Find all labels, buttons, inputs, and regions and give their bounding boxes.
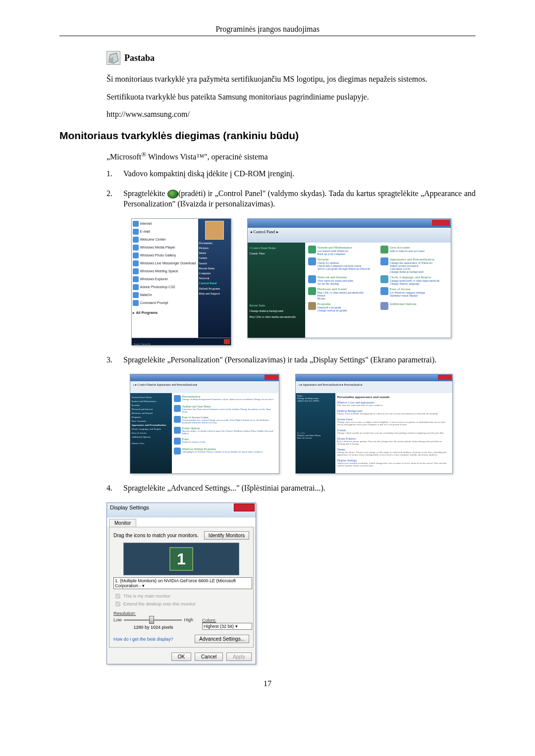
monitor-select[interactable]: 1. (Multiple Monitors) on NVIDIA GeForce… bbox=[113, 577, 252, 589]
start-menu-item[interactable]: Windows Meeting Space bbox=[133, 267, 197, 275]
extend-desktop-checkbox[interactable]: Extend the desktop onto this monitor bbox=[113, 600, 249, 608]
start-menu-item[interactable]: Windows Live Messenger Download bbox=[133, 259, 197, 267]
close-icon[interactable] bbox=[265, 375, 278, 380]
start-menu-right-item[interactable]: Default Programs bbox=[199, 287, 230, 291]
start-menu-right-item[interactable]: Computer bbox=[199, 272, 230, 275]
personalization-link[interactable]: Desktop BackgroundChoose from available … bbox=[337, 409, 450, 415]
step-1: 1. Vadovo kompaktinį diską įdėkite į CD-… bbox=[107, 168, 476, 179]
start-menu-item[interactable]: Internet bbox=[133, 220, 197, 228]
appearance-category[interactable]: Taskbar and Start MenuCustomize the Star… bbox=[174, 405, 277, 413]
start-menu-item[interactable]: NateOn bbox=[133, 291, 197, 299]
start-menu-right-item[interactable]: Games bbox=[199, 256, 230, 260]
colors-select[interactable]: Highest (32 bit) ▾ bbox=[202, 623, 252, 630]
ok-button[interactable]: OK bbox=[171, 653, 191, 661]
start-menu-right-item[interactable]: Pictures bbox=[199, 247, 230, 250]
step-3: 3. Spragtelėkite „Personalization" (Pers… bbox=[107, 354, 476, 365]
control-panel-menuitem[interactable]: Control Panel bbox=[199, 282, 230, 285]
appearance-category[interactable]: FontsInstall or remove a font bbox=[174, 438, 277, 445]
figure-row-2: « ▸ Control Panel ▸ Appearance and Perso… bbox=[107, 374, 476, 474]
tab-monitor[interactable]: Monitor bbox=[109, 519, 136, 527]
start-menu-item[interactable]: Windows Photo Gallery bbox=[133, 252, 197, 259]
personalization-screenshot: « ▸ Appearance and Personalization ▸ Per… bbox=[295, 374, 453, 474]
section-title: Monitoriaus tvarkyklės diegimas (rankini… bbox=[59, 130, 476, 142]
page-number: 17 bbox=[59, 679, 476, 688]
dialog-title: Display Settings bbox=[110, 504, 149, 510]
start-menu-item[interactable]: Windows Media Player bbox=[133, 244, 197, 252]
start-menu-item[interactable]: Welcome Center bbox=[133, 236, 197, 244]
os-line: „Microsoft® Windows Vista™", operacinė s… bbox=[107, 151, 476, 161]
appearance-screenshot: « ▸ Control Panel ▸ Appearance and Perso… bbox=[130, 374, 279, 474]
note-title: Pastaba bbox=[124, 53, 155, 63]
control-panel-category[interactable]: Network and InternetView network status … bbox=[308, 275, 375, 285]
apply-button: Apply bbox=[226, 653, 252, 661]
resolution-value: 1280 by 1024 pixels bbox=[113, 625, 193, 630]
colors-label: Colors: bbox=[202, 618, 249, 623]
step-2: 2. Spragtelėkite (pradėti) ir „Control P… bbox=[107, 188, 476, 209]
start-menu-right-item[interactable]: Recent Items bbox=[199, 267, 230, 270]
control-panel-category[interactable]: SecurityCheck for updatesCheck this comp… bbox=[308, 257, 375, 273]
start-menu-item[interactable]: Adobe Photoshop CS2 bbox=[133, 283, 197, 291]
personalization-link[interactable]: Screen SaverChange your screen saver or … bbox=[337, 418, 450, 426]
monitor-layout-area[interactable]: 1 bbox=[123, 543, 239, 575]
start-menu-item[interactable]: Command Prompt bbox=[133, 299, 197, 307]
control-panel-category[interactable]: Ease of AccessLet Windows suggest settin… bbox=[380, 287, 448, 300]
close-icon[interactable] bbox=[234, 504, 255, 511]
note-url: http://www.samsung.com/ bbox=[107, 109, 476, 120]
note-paragraph-2: Sertifikuota tvarkyklė bus pateikta Sams… bbox=[107, 92, 476, 102]
start-menu-right-item[interactable]: Music bbox=[199, 252, 230, 255]
start-menu-right-item[interactable]: Search bbox=[199, 262, 230, 265]
appearance-category[interactable]: PersonalizationChange desktop background… bbox=[174, 395, 277, 402]
control-panel-category[interactable]: Appearance and PersonalizationChange the… bbox=[380, 257, 448, 273]
user-avatar bbox=[205, 221, 224, 240]
personalization-link[interactable]: SoundsChange which sounds are heard when… bbox=[337, 429, 450, 434]
control-panel-category[interactable]: Hardware and SoundPlay CDs or other medi… bbox=[308, 287, 375, 300]
close-icon[interactable] bbox=[438, 375, 452, 380]
resolution-slider[interactable] bbox=[124, 616, 182, 624]
note-icon bbox=[107, 51, 120, 65]
personalization-link[interactable]: Display SettingsAdjust your monitor reso… bbox=[337, 459, 450, 467]
identify-monitors-button[interactable]: Identify Monitors bbox=[204, 531, 249, 540]
start-menu-item[interactable]: E-mail bbox=[133, 228, 197, 236]
advanced-settings-button[interactable]: Advanced Settings... bbox=[195, 635, 249, 643]
control-panel-category[interactable]: ProgramsUninstall a programChange startu… bbox=[308, 302, 375, 312]
cancel-button[interactable]: Cancel bbox=[195, 653, 223, 661]
monitor-1[interactable]: 1 bbox=[169, 547, 193, 571]
start-orb-icon bbox=[167, 190, 178, 199]
start-menu-right-item[interactable]: Documents bbox=[199, 242, 230, 245]
step-4: 4. Spragtelėkite „Advanced Settings..." … bbox=[107, 483, 476, 494]
start-menu-item[interactable]: Windows Explorer bbox=[133, 275, 197, 283]
start-menu-right-item[interactable]: Help and Support bbox=[199, 292, 230, 296]
personalization-link[interactable]: ThemeChange the theme. Themes can change… bbox=[337, 448, 450, 456]
appearance-category[interactable]: Ease of Access CenterAccommodate low vis… bbox=[174, 416, 277, 424]
start-menu-right-item[interactable]: Network bbox=[199, 277, 230, 280]
help-link[interactable]: How do I get the best display? bbox=[113, 637, 173, 642]
close-icon[interactable] bbox=[432, 220, 450, 226]
note-paragraph-1: Ši monitoriaus tvarkyklė yra pažymėta se… bbox=[107, 74, 476, 85]
figure-row-1: InternetE-mailWelcome CenterWindows Medi… bbox=[107, 218, 476, 346]
resolution-label: Resolution: bbox=[113, 611, 193, 616]
header-rule bbox=[59, 36, 476, 36]
appearance-category[interactable]: Folder OptionsSpecify single- or double-… bbox=[174, 427, 277, 435]
control-panel-category[interactable]: User AccountsAdd or remove user accounts bbox=[380, 246, 448, 255]
display-settings-screenshot: Display Settings Monitor Drag the icons … bbox=[107, 503, 255, 664]
control-panel-category[interactable]: System and MaintenanceGet started with W… bbox=[308, 246, 375, 255]
control-panel-category[interactable]: Additional Options bbox=[380, 302, 448, 312]
appearance-category[interactable]: Windows Sidebar PropertiesAdd gadgets to… bbox=[174, 448, 277, 454]
start-menu-screenshot: InternetE-mailWelcome CenterWindows Medi… bbox=[131, 218, 231, 346]
drag-hint: Drag the icons to match your monitors. bbox=[113, 533, 199, 538]
control-panel-category[interactable]: Clock, Language, and RegionChange keyboa… bbox=[380, 275, 448, 285]
personalization-link[interactable]: Window Color and AppearanceFine tune the… bbox=[337, 401, 450, 406]
page-header: Programinės įrangos naudojimas bbox=[59, 25, 476, 34]
main-monitor-checkbox: This is my main monitor bbox=[113, 592, 249, 600]
personalization-link[interactable]: Mouse PointersPick a different mouse poi… bbox=[337, 437, 450, 445]
shutdown-button[interactable] bbox=[224, 339, 230, 344]
control-panel-screenshot: ▸ Control Panel ▸ • Control Panel Home C… bbox=[247, 218, 451, 338]
